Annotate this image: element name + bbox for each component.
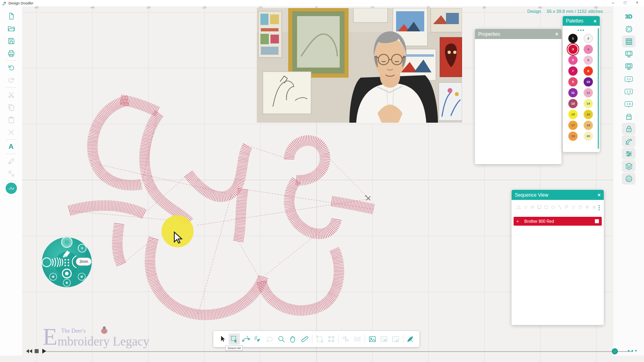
tool-new-file[interactable] — [4, 10, 18, 22]
tool-node-tool[interactable] — [4, 167, 18, 180]
palette-color-12[interactable]: 12 — [584, 88, 593, 97]
seq-box-icon[interactable] — [544, 204, 549, 211]
view-layers[interactable] — [622, 160, 636, 172]
view-scale-1-1[interactable]: 1:1 — [622, 73, 636, 85]
tool-lock-image[interactable] — [390, 333, 401, 345]
tool-zoom[interactable] — [276, 333, 287, 345]
palette-color-5[interactable]: 5 — [568, 56, 578, 65]
seq-box2-icon[interactable] — [551, 204, 555, 211]
palette-color-3[interactable]: 3 — [568, 45, 578, 54]
tool-copy[interactable] — [4, 101, 18, 113]
sequence-close-icon[interactable]: × — [597, 192, 601, 197]
tool-undo[interactable] — [4, 62, 18, 74]
view-grid[interactable] — [622, 35, 636, 47]
tool-lettering[interactable]: A — [4, 140, 18, 153]
tool-open-file[interactable] — [4, 22, 18, 35]
tool-node-edit[interactable] — [241, 333, 252, 345]
seq-gear-icon[interactable] — [592, 204, 597, 211]
sequence-header[interactable]: Sequence View × — [512, 190, 604, 200]
play-button[interactable] — [42, 349, 46, 354]
playback-slider-handle[interactable] — [612, 348, 618, 354]
seq-flag-icon[interactable] — [564, 204, 569, 211]
tool-freehand-select[interactable] — [264, 333, 275, 345]
palette-color-9[interactable]: 9 — [568, 77, 578, 86]
tool-transform[interactable] — [326, 333, 336, 345]
seq-swap-icon[interactable] — [571, 204, 576, 211]
playback-slider-track[interactable] — [46, 351, 633, 352]
view-ghost-mode[interactable] — [622, 110, 636, 122]
tool-distribute[interactable] — [352, 333, 363, 345]
thread-expand-icon[interactable]: + — [516, 219, 519, 224]
seq-monitor-icon[interactable] — [537, 204, 542, 211]
size-pill[interactable]: 3mm — [76, 258, 91, 265]
seq-nodes-icon[interactable] — [557, 204, 562, 211]
close-button[interactable]: × — [631, 0, 643, 6]
tool-pen-tool[interactable] — [4, 155, 18, 167]
tool-doodle-tool[interactable] — [4, 182, 18, 194]
tool-insert-image[interactable] — [367, 333, 378, 345]
stop-button[interactable] — [35, 349, 39, 354]
tool-redo[interactable] — [4, 74, 18, 86]
tool-paste[interactable] — [4, 113, 18, 126]
thread-row[interactable]: + Brother 800 Red — [514, 217, 602, 226]
palette-color-18[interactable]: 18 — [584, 121, 593, 130]
seq-list-icon[interactable] — [530, 204, 535, 211]
palette-color-1[interactable]: 1 — [568, 34, 578, 43]
tool-select[interactable] — [217, 333, 228, 345]
view-view-3d[interactable]: 3D — [622, 10, 636, 23]
palette-color-20[interactable]: 20 — [584, 132, 593, 141]
view-design-screen[interactable] — [622, 60, 636, 72]
maximize-button[interactable]: □ — [619, 0, 631, 6]
tool-pan[interactable] — [288, 333, 299, 345]
seq-triangle-icon[interactable] — [516, 204, 521, 211]
doodle-radial-widget[interactable]: 3mm — [40, 236, 93, 289]
rewind-button[interactable] — [26, 349, 32, 354]
view-palette-fan[interactable] — [622, 135, 636, 147]
palette-color-10[interactable]: 10 — [584, 77, 593, 86]
view-hoop[interactable] — [622, 23, 636, 35]
palette-color-7[interactable]: 7 — [568, 66, 578, 76]
seq-gauge-icon[interactable] — [578, 204, 583, 211]
tool-measure[interactable] — [299, 333, 310, 345]
palette-color-8[interactable]: 8 — [584, 66, 593, 76]
playback-menu-icon[interactable] — [628, 350, 637, 352]
tool-print[interactable] — [4, 47, 18, 60]
minimize-button[interactable]: – — [607, 0, 619, 6]
view-scale-1-3[interactable]: 1:3 — [622, 85, 636, 97]
palette-color-11[interactable]: 11 — [568, 88, 578, 97]
tool-cut[interactable] — [4, 88, 18, 101]
palettes-close-icon[interactable]: × — [593, 19, 597, 24]
seq-heart-icon[interactable] — [523, 204, 528, 211]
palettes-header[interactable]: Palettes × — [563, 16, 600, 26]
palettes-menu-icon[interactable]: ••• — [563, 26, 600, 33]
view-machine-settings[interactable] — [622, 148, 636, 160]
palette-color-4[interactable]: 4 — [584, 45, 593, 54]
tool-align[interactable] — [340, 333, 351, 345]
palette-color-17[interactable]: 17 — [568, 121, 578, 130]
tool-select-all[interactable]: Select All — [229, 333, 239, 345]
tool-lasso-select[interactable] — [252, 333, 263, 345]
tool-draw-mode[interactable] — [405, 333, 416, 345]
view-bead-palette[interactable] — [622, 173, 636, 185]
palettes-scrollbar[interactable] — [598, 28, 599, 149]
palette-color-2[interactable]: 2 — [584, 34, 593, 43]
tool-delete[interactable] — [4, 126, 18, 138]
palette-color-14[interactable]: 14 — [584, 99, 593, 108]
tool-hide-image[interactable] — [378, 333, 389, 345]
seq-gear-icon[interactable] — [585, 204, 590, 211]
palette-color-6[interactable]: 6 — [584, 56, 593, 65]
palette-color-19[interactable]: 19 — [568, 132, 578, 141]
thread-visibility-checkbox[interactable] — [595, 219, 599, 223]
properties-header[interactable]: Properties × — [475, 29, 561, 39]
palette-color-16[interactable]: 16 — [584, 110, 593, 119]
palette-color-15[interactable]: 15 — [568, 110, 578, 119]
properties-close-icon[interactable]: × — [555, 31, 558, 37]
view-scale-1-6[interactable]: 1:6 — [622, 98, 636, 110]
tool-save-file[interactable] — [4, 35, 18, 47]
palette-color-13[interactable]: 13 — [568, 99, 578, 108]
watermark-line1: The Deer's — [61, 328, 85, 334]
view-design-lock[interactable] — [622, 123, 636, 135]
sequence-kebab-menu-icon[interactable] — [599, 205, 600, 210]
tool-box-select[interactable] — [314, 333, 325, 345]
view-fit-screen[interactable] — [622, 48, 636, 60]
